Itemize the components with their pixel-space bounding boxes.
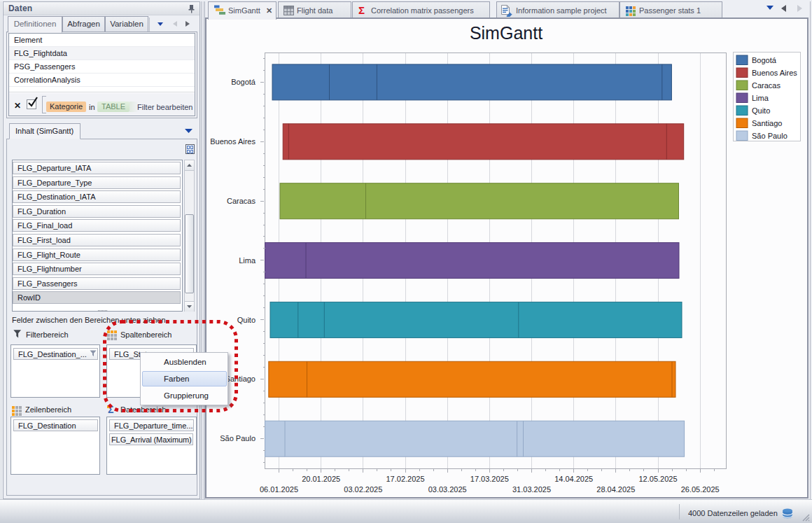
svg-text:03.03.2025: 03.03.2025	[428, 485, 467, 494]
svg-text:12.05.2025: 12.05.2025	[638, 475, 677, 483]
svg-text:Buenos Aires: Buenos Aires	[210, 137, 255, 146]
svg-text:Bogotá: Bogotá	[231, 78, 256, 86]
svg-text:Lima: Lima	[239, 256, 256, 265]
svg-text:Buenos Aires: Buenos Aires	[752, 69, 797, 77]
svg-text:26.05.2025: 26.05.2025	[681, 485, 720, 494]
svg-text:Caracas: Caracas	[227, 197, 255, 205]
svg-text:20.01.2025: 20.01.2025	[302, 475, 340, 483]
svg-text:03.02.2025: 03.02.2025	[344, 485, 382, 494]
svg-text:Bogotá: Bogotá	[752, 56, 777, 64]
svg-text:06.01.2025: 06.01.2025	[260, 485, 298, 494]
svg-text:17.03.2025: 17.03.2025	[470, 475, 509, 483]
svg-text:31.03.2025: 31.03.2025	[512, 485, 551, 494]
svg-text:17.02.2025: 17.02.2025	[386, 475, 424, 483]
svg-text:Caracas: Caracas	[752, 81, 780, 90]
svg-text:14.04.2025: 14.04.2025	[554, 475, 593, 483]
svg-text:Lima: Lima	[752, 94, 769, 102]
svg-text:SimGantt: SimGantt	[470, 23, 542, 43]
svg-text:28.04.2025: 28.04.2025	[596, 485, 635, 494]
svg-text:Santiago: Santiago	[752, 119, 782, 127]
svg-text:São Paulo: São Paulo	[752, 132, 788, 140]
svg-text:Quito: Quito	[752, 106, 770, 115]
svg-text:São Paulo: São Paulo	[220, 434, 255, 442]
